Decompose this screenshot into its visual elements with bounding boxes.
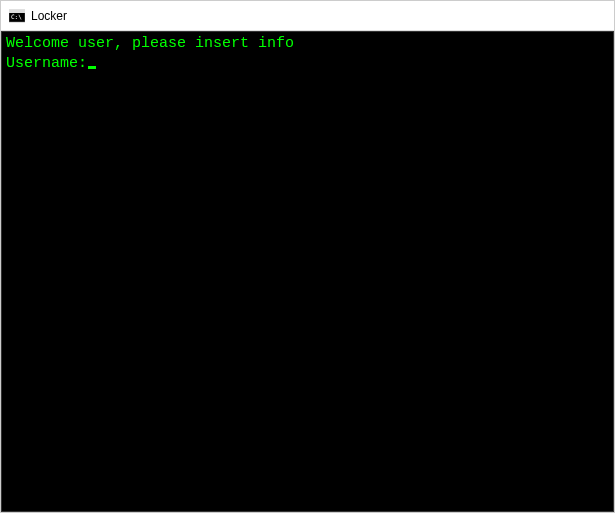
console-area[interactable]: Welcome user, please insert info Usernam… — [1, 31, 614, 512]
welcome-message: Welcome user, please insert info — [6, 34, 609, 54]
username-prompt-label: Username: — [6, 54, 87, 74]
console-icon: C:\ — [9, 8, 25, 24]
window-title: Locker — [31, 9, 67, 23]
app-window: C:\ Locker Welcome user, please insert i… — [0, 0, 615, 513]
svg-text:C:\: C:\ — [11, 13, 22, 20]
username-prompt-line: Username: — [6, 54, 609, 74]
titlebar[interactable]: C:\ Locker — [1, 1, 614, 31]
text-cursor — [88, 66, 96, 69]
